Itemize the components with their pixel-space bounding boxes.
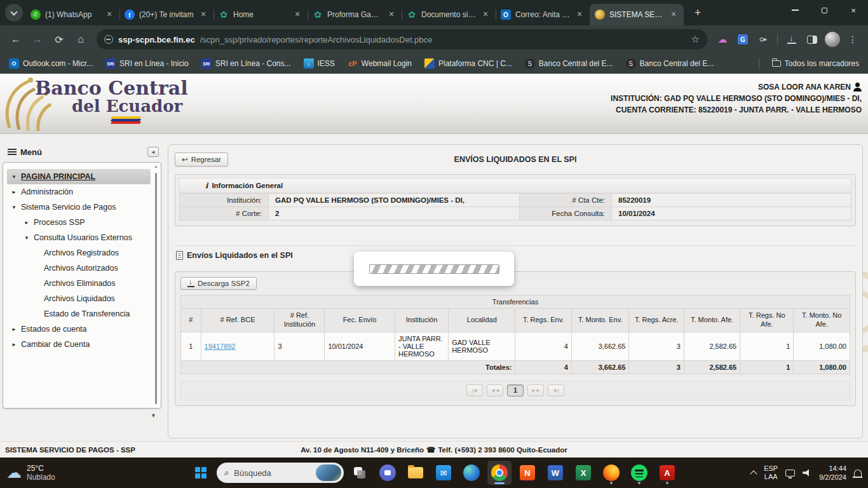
last-page-button[interactable]: ►| bbox=[548, 384, 564, 396]
tab-sistema-servicio-active[interactable]: SISTEMA SERVIC × bbox=[590, 4, 684, 25]
network-icon[interactable] bbox=[785, 470, 795, 477]
mail-button[interactable]: ✉ bbox=[431, 461, 456, 485]
taskbar-search[interactable]: ⌕ Búsqueda bbox=[217, 463, 344, 483]
language-indicator[interactable]: ESP LAA bbox=[764, 464, 778, 481]
hidden-icons-chevron[interactable] bbox=[750, 470, 757, 477]
ref-bce-link[interactable]: 19417892 bbox=[205, 342, 236, 350]
chrome-button[interactable] bbox=[487, 461, 512, 485]
spotify-button[interactable] bbox=[627, 461, 651, 485]
tab-close-icon[interactable]: × bbox=[480, 10, 491, 20]
window-maximize-button[interactable] bbox=[810, 0, 839, 20]
outlook-icon: O bbox=[501, 10, 511, 20]
bookmark-iess[interactable]: ¡IESS bbox=[304, 58, 335, 69]
excel-button[interactable]: X bbox=[571, 461, 595, 485]
sidebar-item-estado-de-transferencia[interactable]: Estado de Transferencia bbox=[7, 306, 151, 322]
notifications-bell-icon[interactable] bbox=[854, 470, 862, 477]
translate-icon[interactable]: G bbox=[734, 30, 752, 48]
firefox-button[interactable] bbox=[599, 461, 623, 485]
sidebar-item-archivos-liquidados[interactable]: Archivos Liquidados bbox=[7, 291, 151, 306]
extension-cloud-icon[interactable]: ☁ bbox=[714, 30, 731, 48]
extensions-puzzle-icon[interactable]: ⚩ bbox=[754, 30, 772, 48]
tab-close-icon[interactable]: × bbox=[292, 10, 302, 20]
file-explorer-button[interactable] bbox=[403, 461, 428, 485]
sidebar-item-consulta-usuarios-externos[interactable]: ▼ Consulta Usuarios Externos bbox=[7, 230, 151, 245]
results-table: Transferencias # # Ref. BCE # Ref. Insti… bbox=[180, 295, 850, 374]
edge-button[interactable] bbox=[459, 461, 484, 485]
tab-correo[interactable]: O Correo: Anita So × bbox=[496, 4, 590, 25]
table-group-header-row: Transferencias bbox=[181, 295, 850, 309]
next-page-button[interactable]: ►► bbox=[527, 384, 544, 396]
tab-close-icon[interactable]: × bbox=[104, 10, 114, 20]
menu-collapse-button[interactable]: ◄ bbox=[147, 147, 159, 157]
sidebar-item-label: Archivos Eliminados bbox=[44, 279, 116, 288]
tab-close-icon[interactable]: × bbox=[574, 10, 585, 20]
tab-documento[interactable]: ✿ Documento sin t × bbox=[402, 4, 496, 25]
sidebar-item-estados-de-cuenta[interactable]: ► Estados de cuenta bbox=[7, 322, 151, 337]
sidebar-item-archivos-autorizados[interactable]: Archivos Autorizados bbox=[7, 261, 151, 276]
current-page-button[interactable]: 1 bbox=[507, 384, 524, 396]
tab-home[interactable]: ✿ Home × bbox=[214, 4, 308, 25]
nitro-pdf-button[interactable]: N bbox=[515, 461, 539, 485]
sidebar-item-procesos-ssp[interactable]: ► Procesos SSP bbox=[7, 215, 151, 230]
new-tab-button[interactable]: + bbox=[689, 4, 707, 22]
downloads-button[interactable]: ↓ bbox=[783, 30, 801, 48]
taskbar-weather-widget[interactable]: ☁ 25°C Nublado bbox=[6, 464, 153, 482]
task-view-button[interactable] bbox=[348, 461, 372, 485]
descarga-ssp2-button[interactable]: ↓ Descarga SSP2 bbox=[180, 277, 257, 290]
sidebar-item-administracion[interactable]: ► Administración bbox=[7, 184, 151, 200]
first-page-button[interactable]: |◄ bbox=[466, 384, 483, 396]
sidebar-item-archivos-registrados[interactable]: Archivos Registrados bbox=[7, 245, 151, 261]
bookmark-webmail[interactable]: cPWebmail Login bbox=[348, 58, 412, 69]
sidebar-item-cambiar-de-cuenta[interactable]: ► Cambiar de Cuenta bbox=[7, 337, 151, 352]
collapsed-icon: ► bbox=[11, 327, 17, 332]
collapsed-icon: ► bbox=[11, 189, 17, 195]
address-bar[interactable]: ssp-scpn.bce.fin.ec /scpn_ssp/privado/re… bbox=[97, 29, 707, 50]
chrome-menu-button[interactable]: ⋮ bbox=[844, 30, 862, 48]
window-minimize-button[interactable] bbox=[780, 0, 810, 20]
tab-whatsapp[interactable]: ✆ (1) WhatsApp × bbox=[25, 4, 119, 25]
avatar bbox=[825, 32, 840, 47]
home-button[interactable]: ⌂ bbox=[71, 30, 90, 49]
bookmark-outlook[interactable]: OOutlook.com - Micr... bbox=[9, 58, 93, 69]
bookmark-bce-2[interactable]: SBanco Central del E... bbox=[626, 58, 714, 69]
table-row: 1 19417892 3 10/01/2024 JUNTA PARR. - VA… bbox=[181, 332, 850, 360]
tab-search-button[interactable] bbox=[5, 4, 23, 22]
sidebar-item-label: PAGINA PRINCIPAL bbox=[21, 172, 95, 181]
start-button[interactable] bbox=[189, 461, 213, 485]
clock[interactable]: 14:44 9/2/2024 bbox=[819, 464, 846, 482]
bookmark-cnc[interactable]: Plataforma CNC | C... bbox=[424, 58, 512, 69]
tab-proforma[interactable]: ✿ Proforma Gastos × bbox=[308, 4, 402, 25]
bookmarks-separator bbox=[759, 58, 759, 69]
menu-scrollbar[interactable]: ▲ bbox=[153, 164, 159, 407]
tab-facebook[interactable]: f (20+) Te invitam × bbox=[119, 4, 214, 25]
bookmark-sri-inicio[interactable]: SRISRI en Línea - Inicio bbox=[105, 58, 189, 69]
sidebar-item-archivos-eliminados[interactable]: Archivos Eliminados bbox=[7, 276, 151, 291]
profile-button[interactable] bbox=[824, 30, 841, 48]
tab-close-icon[interactable]: × bbox=[386, 10, 397, 20]
app-flower-icon: ✿ bbox=[313, 10, 323, 20]
site-settings-icon[interactable] bbox=[104, 35, 113, 44]
side-panel-button[interactable] bbox=[803, 30, 821, 48]
sidebar-item-pagina-principal[interactable]: ▼ PAGINA PRINCIPAL bbox=[7, 169, 151, 184]
chat-button[interactable] bbox=[376, 461, 400, 485]
word-button[interactable]: W bbox=[543, 461, 567, 485]
back-button[interactable]: ← bbox=[6, 30, 25, 49]
bookmark-sri-consultas[interactable]: SRISRI en Línea - Cons... bbox=[201, 58, 291, 69]
volume-icon[interactable] bbox=[803, 469, 811, 477]
reload-button[interactable]: ⟳ bbox=[50, 30, 69, 49]
scroll-up-icon[interactable]: ▲ bbox=[153, 164, 159, 172]
bookmark-star-icon[interactable]: ☆ bbox=[691, 34, 700, 45]
cell-institucion: JUNTA PARR. - VALLE HERMOSO bbox=[395, 332, 448, 360]
window-close-button[interactable]: × bbox=[839, 0, 868, 20]
tab-title: Proforma Gastos bbox=[327, 10, 382, 19]
tab-close-icon[interactable]: × bbox=[198, 10, 208, 20]
tab-close-icon[interactable]: × bbox=[668, 10, 679, 20]
bookmark-bce-1[interactable]: SBanco Central del E... bbox=[525, 58, 613, 69]
all-bookmarks-button[interactable]: Todos los marcadores bbox=[772, 59, 859, 68]
sidebar-item-sistema-servicio-pagos[interactable]: ▼ Sistema Servicio de Pagos bbox=[7, 200, 151, 215]
acrobat-button[interactable]: A bbox=[655, 461, 679, 485]
sidebar-scroll-down-icon[interactable]: ▼ bbox=[151, 412, 161, 419]
prev-page-button[interactable]: ◄◄ bbox=[487, 384, 503, 396]
scrollbar-thumb[interactable] bbox=[155, 173, 157, 404]
forward-button[interactable]: → bbox=[28, 30, 47, 49]
